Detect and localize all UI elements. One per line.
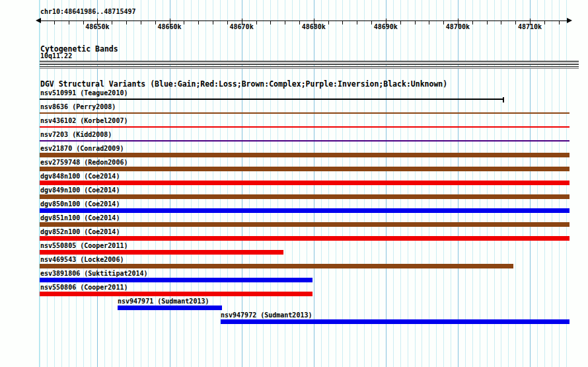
variant-bar[interactable] (40, 264, 513, 268)
variant-bar[interactable] (40, 167, 570, 171)
variant-range-line[interactable] (40, 99, 503, 100)
track-label: nsv7203 (Kidd2008) (40, 131, 112, 138)
track-label: dgv849n100 (Coe2014) (40, 186, 120, 194)
variant-bar[interactable] (40, 222, 570, 227)
variant-bar[interactable] (40, 208, 570, 213)
track-label: dgv851n100 (Coe2014) (40, 214, 120, 222)
variant-bar[interactable] (40, 153, 570, 157)
variant-line[interactable] (40, 126, 570, 128)
variant-line[interactable] (40, 140, 570, 142)
variant-bar[interactable] (221, 319, 570, 324)
variant-bar[interactable] (40, 278, 312, 282)
track-label: dgv850n100 (Coe2014) (40, 200, 120, 208)
track-label: nsv947971 (Sudmant2013) (118, 298, 209, 305)
track-label: nsv550805 (Cooper2011) (40, 242, 128, 249)
track-label: dgv848n100 (Coe2014) (40, 173, 120, 180)
track-label: esv2759748 (Redon2006) (40, 159, 128, 166)
variant-bar[interactable] (40, 250, 283, 255)
genome-browser-view: chr10:48641986..48715497 48650k48660k486… (0, 0, 588, 367)
variant-bar[interactable] (40, 236, 570, 241)
track-label: nsv469543 (Locke2006) (40, 256, 124, 263)
variant-bar[interactable] (40, 194, 570, 199)
variant-range-endcap (503, 97, 504, 102)
tracks-layer: nsv510991 (Teague2010)nsv8636 (Perry2008… (0, 0, 588, 367)
variant-bar[interactable] (40, 292, 312, 296)
track-label: esv21870 (Conrad2009) (40, 145, 124, 152)
track-label: nsv8636 (Perry2008) (40, 103, 116, 110)
track-label: nsv550806 (Cooper2011) (40, 284, 128, 291)
track-label: dgv852n100 (Coe2014) (40, 228, 120, 235)
track-label: nsv510991 (Teague2010) (40, 89, 128, 97)
variant-line[interactable] (40, 112, 570, 114)
variant-bar[interactable] (40, 181, 570, 185)
variant-bar[interactable] (118, 306, 222, 310)
track-label: esv3891806 (Suktitipat2014) (40, 270, 148, 277)
track-label: nsv436102 (Korbel2007) (40, 117, 128, 124)
track-label: nsv947972 (Sudmant2013) (221, 311, 312, 319)
